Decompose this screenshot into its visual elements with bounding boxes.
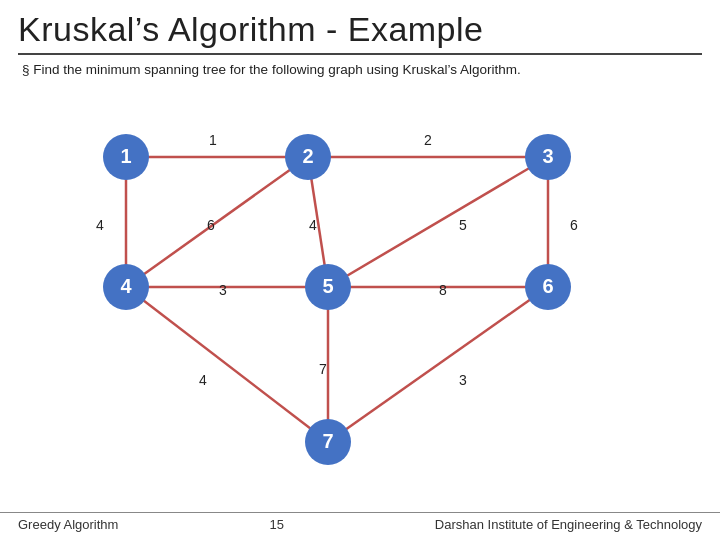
edge-label: 4 <box>199 372 207 388</box>
edge-label: 1 <box>209 132 217 148</box>
edge-label: 4 <box>309 217 317 233</box>
edge-label: 7 <box>319 361 327 377</box>
node-2: 2 <box>285 134 331 180</box>
edge-label: 8 <box>439 282 447 298</box>
edge-label: 6 <box>570 217 578 233</box>
edge-label: 3 <box>219 282 227 298</box>
edge-label: 5 <box>459 217 467 233</box>
page: Kruskal’s Algorithm - Example Find the m… <box>0 0 720 540</box>
edge <box>328 157 548 287</box>
edge-label: 4 <box>96 217 104 233</box>
node-1: 1 <box>103 134 149 180</box>
edge-label: 2 <box>424 132 432 148</box>
page-title: Kruskal’s Algorithm - Example <box>18 10 702 55</box>
edge <box>126 287 328 442</box>
footer-left: Greedy Algorithm <box>18 517 118 532</box>
subtitle: Find the minimum spanning tree for the f… <box>22 61 702 80</box>
node-3: 3 <box>525 134 571 180</box>
graph-area: 1246456384731235674 <box>18 82 702 442</box>
edge <box>126 157 308 287</box>
edge <box>328 287 548 442</box>
node-6: 6 <box>525 264 571 310</box>
footer: Greedy Algorithm 15 Darshan Institute of… <box>0 512 720 532</box>
footer-right: Darshan Institute of Engineering & Techn… <box>435 517 702 532</box>
footer-center: 15 <box>269 517 283 532</box>
edge-label: 6 <box>207 217 215 233</box>
edge-label: 3 <box>459 372 467 388</box>
node-7: 7 <box>305 419 351 465</box>
node-5: 5 <box>305 264 351 310</box>
node-4a: 4 <box>103 264 149 310</box>
